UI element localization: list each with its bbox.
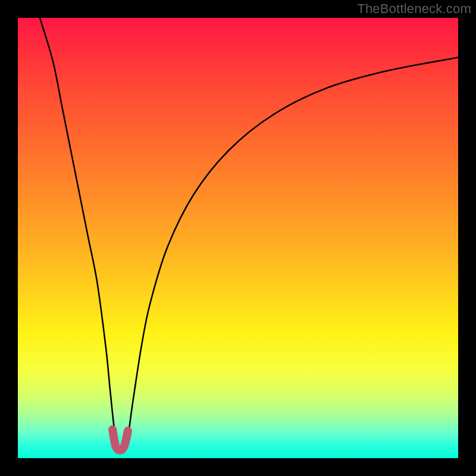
- curve-layer: [18, 18, 458, 458]
- sweet-spot-curve: [112, 430, 128, 450]
- bottleneck-curve: [40, 18, 458, 451]
- plot-area: [18, 18, 458, 458]
- watermark-label: TheBottleneck.com: [357, 1, 471, 17]
- chart-frame: TheBottleneck.com: [0, 0, 476, 476]
